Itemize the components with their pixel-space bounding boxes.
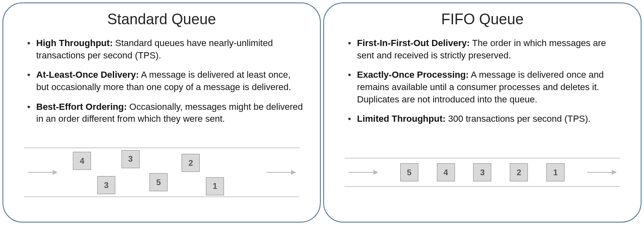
message-box: 4: [73, 152, 91, 170]
feature-label: Best-Effort Ordering:: [36, 102, 127, 112]
ordered-messages: 5 4 3 2 1: [382, 158, 583, 186]
message-box: 4: [437, 163, 455, 181]
feature-desc: 300 transactions per second (TPS).: [446, 114, 590, 124]
feature-item: At-Least-Once Delivery: A message is del…: [27, 69, 303, 93]
standard-queue-panel: Standard Queue High Throughput: Standard…: [2, 2, 321, 223]
feature-label: At-Least-Once Delivery:: [36, 70, 139, 80]
feature-label: Exactly-Once Processing:: [357, 70, 469, 80]
panel-title: Standard Queue: [20, 11, 303, 28]
message-box: 1: [206, 177, 224, 195]
feature-item: Exactly-Once Processing: A message is de…: [348, 69, 624, 105]
feature-item: Limited Throughput: 300 transactions per…: [348, 113, 624, 125]
feature-label: High Throughput:: [36, 38, 113, 48]
feature-label: First-In-First-Out Delivery:: [357, 38, 470, 48]
message-lane-fifo: 5 4 3 2 1: [341, 148, 624, 209]
fifo-queue-panel: FIFO Queue First-In-First-Out Delivery: …: [323, 2, 642, 223]
message-box: 3: [473, 163, 491, 181]
lane-rail: 4 3 2 3 5 1: [24, 148, 299, 197]
arrow-icon: [349, 172, 378, 173]
arrow-icon: [587, 172, 616, 173]
message-box: 3: [121, 150, 140, 168]
feature-item: First-In-First-Out Delivery: The order i…: [348, 37, 624, 61]
feature-item: High Throughput: Standard queues have ne…: [27, 37, 303, 61]
arrow-icon: [28, 172, 57, 173]
feature-label: Limited Throughput:: [357, 114, 446, 124]
message-box: 5: [149, 173, 168, 191]
message-box: 2: [182, 154, 200, 172]
message-box: 2: [510, 163, 528, 181]
scattered-messages: 4 3 2 3 5 1: [61, 148, 262, 197]
feature-item: Best-Effort Ordering: Occasionally, mess…: [27, 101, 303, 125]
message-lane-standard: 4 3 2 3 5 1: [20, 148, 303, 209]
message-box: 1: [546, 163, 565, 181]
arrow-icon: [266, 172, 295, 173]
message-box: 3: [97, 176, 115, 194]
lane-rail: 5 4 3 2 1: [345, 158, 620, 187]
feature-list: First-In-First-Out Delivery: The order i…: [341, 37, 624, 132]
message-box: 5: [400, 163, 418, 181]
panel-title: FIFO Queue: [341, 11, 624, 28]
feature-list: High Throughput: Standard queues have ne…: [20, 37, 303, 132]
